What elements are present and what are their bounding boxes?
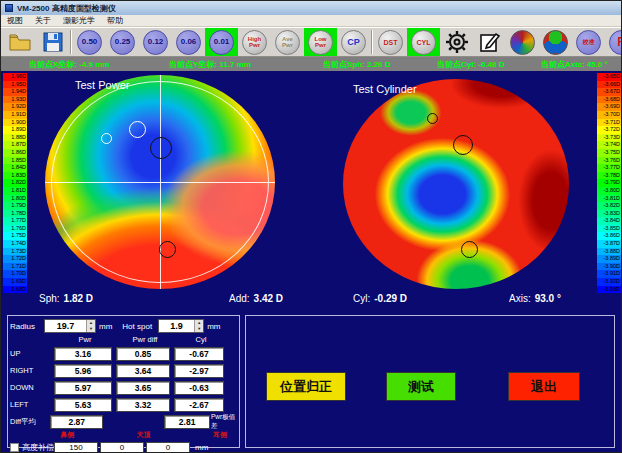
scale-step: -3.85D	[597, 225, 621, 233]
ave-pwr-button[interactable]: Ave Pwr	[271, 28, 304, 56]
scale-step: 1.93D	[3, 96, 27, 104]
menu-help[interactable]: 帮助	[107, 15, 123, 26]
status-y-coord: 当前点Y坐标: 11.7 mm	[169, 59, 251, 70]
step-0.12-button[interactable]: 0.12	[139, 28, 172, 56]
readouts-row: Sph:1.82 D Add:3.42 D Cyl:-0.29 D Axis:9…	[1, 291, 622, 311]
row-label: RIGHT	[10, 366, 54, 375]
settings-button[interactable]	[440, 28, 473, 56]
scale-step: 1.95D	[3, 81, 27, 89]
menu-view[interactable]: 视图	[7, 15, 23, 26]
value-box: 3.64	[116, 364, 170, 378]
toolbar-separator	[70, 30, 72, 54]
stepper-arrows[interactable]: ▲ ▼	[194, 320, 203, 332]
cyl-readout: Cyl:-0.29 D	[353, 293, 407, 304]
comp-input-1[interactable]: 150	[54, 442, 98, 453]
power-map-view-button[interactable]	[506, 28, 539, 56]
edit-button[interactable]	[473, 28, 506, 56]
step-0.01-button-active[interactable]: 0.01	[205, 28, 238, 56]
row-label: UP	[10, 349, 54, 358]
scale-step: 1.69D	[3, 278, 27, 286]
compensation-headers: 鼻侧 天顶 耳侧	[10, 430, 239, 440]
scale-step: 1.83D	[3, 172, 27, 180]
radius-stepper[interactable]: 19.7 ▲ ▼	[44, 319, 96, 333]
sph-readout: Sph:1.82 D	[39, 293, 93, 304]
scale-step: -3.81D	[597, 195, 621, 203]
scale-step: -3.92D	[597, 278, 621, 286]
scale-step: 1.85D	[3, 157, 27, 165]
test-cylinder-map[interactable]	[343, 79, 569, 289]
value-box: -2.67	[174, 398, 224, 412]
cylinder-map-title: Test Cylinder	[353, 83, 417, 95]
scale-step: 1.73D	[3, 248, 27, 256]
comp-input-3[interactable]: 0	[146, 442, 190, 453]
scale-step: 1.81D	[3, 187, 27, 195]
save-button[interactable]	[36, 28, 69, 56]
comp-header-2: 天顶	[125, 430, 163, 440]
cyl-button-active[interactable]: CYL	[407, 28, 440, 56]
step-0.25-button[interactable]: 0.25	[106, 28, 139, 56]
high-pwr-button[interactable]: High Pwr	[238, 28, 271, 56]
scale-step: -3.68D	[597, 96, 621, 104]
scale-step: 1.75D	[3, 232, 27, 240]
step-0.50-button[interactable]: 0.50	[73, 28, 106, 56]
marker-circle	[150, 137, 172, 159]
value-box: 5.96	[54, 364, 112, 378]
open-file-button[interactable]	[3, 28, 36, 56]
pwr-extreme-diff-label: Pwr极值差	[211, 413, 239, 431]
step-0.06-button[interactable]: 0.06	[172, 28, 205, 56]
marker-circle	[453, 135, 473, 155]
menu-haoying-optics[interactable]: 灏影光学	[63, 15, 95, 26]
scale-step: 1.90D	[3, 119, 27, 127]
spin-down-icon[interactable]: ▼	[87, 326, 95, 332]
dst-button[interactable]: DST	[374, 28, 407, 56]
position-reset-button[interactable]: 位置归正	[266, 372, 346, 401]
marker-circle	[101, 133, 112, 144]
test-button[interactable]: 测试	[386, 372, 456, 401]
status-sph: 当前点Sph: 2.26 D	[323, 59, 391, 70]
hotspot-stepper[interactable]: 1.9 ▲ ▼	[158, 319, 204, 333]
cp-button[interactable]: CP	[337, 28, 370, 56]
scale-step: -3.66D	[597, 81, 621, 89]
scale-step: 1.89D	[3, 126, 27, 134]
scale-step: 1.78D	[3, 210, 27, 218]
low-pwr-button-active[interactable]: Low Pwr	[304, 28, 337, 56]
scale-step: -3.91D	[597, 270, 621, 278]
hotspot-label: Hot spot	[122, 322, 152, 331]
value-box: -2.97	[174, 364, 224, 378]
scale-step: 1.88D	[3, 134, 27, 142]
menu-about[interactable]: 关于	[35, 15, 51, 26]
reset-r-button[interactable]: R	[605, 28, 622, 56]
comp-header-3: 耳侧	[201, 430, 239, 440]
scale-step: 1.71D	[3, 263, 27, 271]
add-readout: Add:3.42 D	[229, 293, 283, 304]
marker-circle	[129, 121, 146, 138]
scale-step: -3.80D	[597, 187, 621, 195]
measure-rows: UP3.160.85-0.67RIGHT5.963.64-2.97DOWN5.9…	[8, 345, 239, 413]
app-window: VM-2500 高精度面型检测仪 视图 关于 灏影光学 帮助	[0, 0, 622, 453]
scale-step: -3.67D	[597, 88, 621, 96]
floppy-save-icon	[43, 32, 63, 52]
height-compensation-checkbox[interactable]	[10, 443, 19, 452]
status-x-coord: 当前点X坐标: -4.9 mm	[29, 59, 109, 70]
scale-step: -3.71D	[597, 119, 621, 127]
calibrate-button[interactable]: 校准	[572, 28, 605, 56]
value-box: 0.85	[116, 347, 170, 361]
status-bar: 当前点X坐标: -4.9 mm 当前点Y坐标: 11.7 mm 当前点Sph: …	[1, 57, 622, 71]
scale-step: -3.70D	[597, 111, 621, 119]
cylinder-map-view-button[interactable]	[539, 28, 572, 56]
scale-step: 1.80D	[3, 195, 27, 203]
comp-input-2[interactable]: 0	[100, 442, 144, 453]
app-icon	[5, 4, 13, 12]
scale-step: 1.94D	[3, 88, 27, 96]
scale-step: 1.86D	[3, 149, 27, 157]
scale-step: -3.87D	[597, 240, 621, 248]
stepper-arrows[interactable]: ▲ ▼	[86, 320, 95, 332]
scale-step: 1.74D	[3, 240, 27, 248]
test-power-map[interactable]	[45, 75, 275, 289]
spin-down-icon[interactable]: ▼	[195, 326, 203, 332]
row-label: LEFT	[10, 400, 54, 409]
toolbar-separator	[371, 30, 373, 54]
scale-step: -3.74D	[597, 141, 621, 149]
exit-button[interactable]: 退出	[508, 372, 580, 401]
measure-row: UP3.160.85-0.67	[10, 345, 239, 362]
